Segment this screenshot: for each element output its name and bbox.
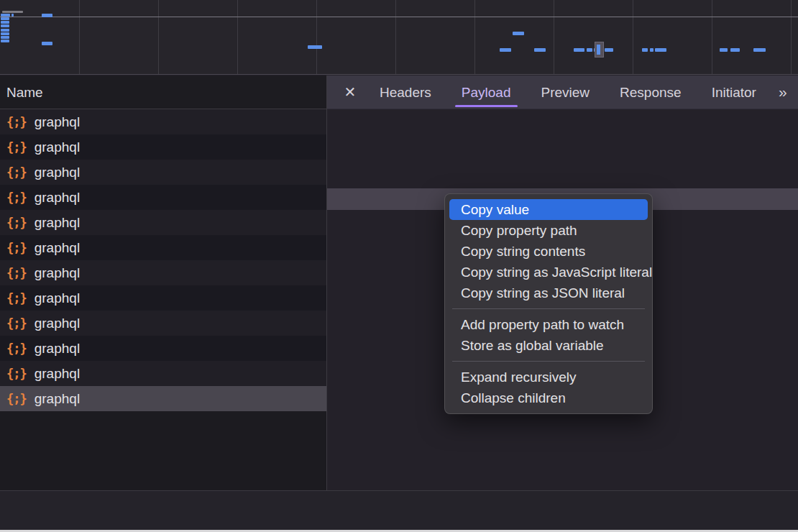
tab-response[interactable]: Response xyxy=(609,75,692,109)
json-request-icon: {;} xyxy=(6,341,27,356)
json-request-icon: {;} xyxy=(6,241,27,255)
timeline-gridline xyxy=(474,0,475,74)
timeline-gridline xyxy=(237,0,238,74)
menu-item-copy-property-path[interactable]: Copy property path xyxy=(449,220,648,241)
detail-tabs: HeadersPayloadPreviewResponseInitiator xyxy=(360,75,767,109)
menu-item-copy-string-contents[interactable]: Copy string contents xyxy=(449,241,648,262)
waterfall-bar xyxy=(720,48,728,52)
waterfall-bar xyxy=(642,48,648,52)
waterfall-bar xyxy=(2,11,23,13)
waterfall-bar xyxy=(1,29,9,32)
request-list: {;}graphql{;}graphql{;}graphql{;}graphql… xyxy=(0,109,326,411)
request-name: graphql xyxy=(35,290,80,306)
waterfall-bar xyxy=(12,14,14,17)
waterfall-bar xyxy=(605,48,613,52)
timeline-gridline xyxy=(633,0,633,74)
waterfall-bar xyxy=(1,14,10,17)
waterfall-bar xyxy=(730,48,740,52)
menu-item-copy-value[interactable]: Copy value xyxy=(449,199,648,220)
timeline-gridline xyxy=(79,0,80,74)
menu-item-add-property-path-to-watch[interactable]: Add property path to watch xyxy=(449,314,648,335)
network-overview-timeline[interactable] xyxy=(0,0,798,75)
timeline-gridline xyxy=(554,0,554,74)
waterfall-bar xyxy=(753,48,766,52)
request-name: graphql xyxy=(35,114,80,130)
json-request-icon: {;} xyxy=(6,291,27,306)
request-row[interactable]: {;}graphql xyxy=(0,160,326,185)
json-request-icon: {;} xyxy=(6,191,27,205)
tab-payload[interactable]: Payload xyxy=(451,75,522,109)
request-row[interactable]: {;}graphql xyxy=(0,336,326,361)
request-row[interactable]: {;}graphql xyxy=(0,285,326,311)
json-request-icon: {;} xyxy=(6,216,27,230)
request-name: graphql xyxy=(35,190,80,206)
json-request-icon: {;} xyxy=(6,165,27,180)
request-list-panel: Name {;}graphql{;}graphql{;}graphql{;}gr… xyxy=(0,75,326,490)
request-payload-section: ▼ Request Payload view source xyxy=(327,117,798,139)
waterfall-bar xyxy=(534,48,546,52)
request-name: graphql xyxy=(35,341,80,357)
operation-name-row[interactable]: operationName: "ipFlowTimeseries" xyxy=(327,167,798,188)
menu-item-store-as-global-variable[interactable]: Store as global variable xyxy=(449,335,648,356)
waterfall-bar xyxy=(1,32,9,35)
waterfall-bar xyxy=(513,32,524,35)
waterfall-bar xyxy=(500,48,511,52)
request-name: graphql xyxy=(35,366,80,382)
request-name: graphql xyxy=(35,240,80,256)
json-request-icon: {;} xyxy=(6,140,27,155)
request-name: graphql xyxy=(35,139,80,155)
waterfall-bar xyxy=(587,48,592,52)
name-column-header[interactable]: Name xyxy=(0,75,326,109)
request-row[interactable]: {;}graphql xyxy=(0,235,326,260)
tab-headers[interactable]: Headers xyxy=(369,75,442,109)
context-menu: Copy valueCopy property pathCopy string … xyxy=(444,193,653,414)
menu-item-collapse-children[interactable]: Collapse children xyxy=(449,387,648,408)
timeline-gridline xyxy=(158,0,159,74)
tab-preview[interactable]: Preview xyxy=(531,75,601,109)
waterfall-bar xyxy=(655,48,666,52)
request-name: graphql xyxy=(35,316,80,331)
devtools-network-panel: Name {;}graphql{;}graphql{;}graphql{;}gr… xyxy=(0,0,798,532)
timeline-row-divider xyxy=(0,17,798,17)
menu-separator xyxy=(452,308,645,309)
request-row[interactable]: {;}graphql xyxy=(0,210,326,235)
more-tabs-icon[interactable]: » xyxy=(771,83,794,101)
waterfall-bar xyxy=(1,21,9,24)
request-row[interactable]: {;}graphql xyxy=(0,260,326,285)
json-request-icon: {;} xyxy=(6,367,27,381)
json-request-icon: {;} xyxy=(6,115,27,129)
waterfall-bar xyxy=(1,36,9,39)
request-row[interactable]: {;}graphql xyxy=(0,311,326,336)
request-row[interactable]: {;}graphql xyxy=(0,185,326,210)
timeline-gridline xyxy=(395,0,396,74)
timeline-gridline xyxy=(712,0,712,74)
menu-separator xyxy=(452,361,645,362)
timeline-gridline xyxy=(791,0,792,74)
summary-footer xyxy=(0,491,798,530)
payload-root-row[interactable]: ▼ {operationName: "ipFlowTimeseries", va… xyxy=(327,145,798,167)
request-name: graphql xyxy=(35,165,80,180)
request-row[interactable]: {;}graphql xyxy=(0,109,326,134)
tab-initiator[interactable]: Initiator xyxy=(701,75,767,109)
json-request-icon: {;} xyxy=(6,266,27,280)
waterfall-bar xyxy=(1,40,9,42)
request-row[interactable]: {;}graphql xyxy=(0,134,326,160)
menu-item-copy-string-as-json-literal[interactable]: Copy string as JSON literal xyxy=(449,283,648,303)
close-icon[interactable]: ✕ xyxy=(340,83,360,101)
request-row[interactable]: {;}graphql xyxy=(0,361,326,386)
waterfall-bar xyxy=(42,14,52,17)
detail-tab-bar: ✕ HeadersPayloadPreviewResponseInitiator… xyxy=(327,75,798,109)
waterfall-bar xyxy=(574,48,584,52)
request-name: graphql xyxy=(35,391,80,407)
menu-item-expand-recursively[interactable]: Expand recursively xyxy=(449,367,648,387)
json-request-icon: {;} xyxy=(6,392,27,406)
waterfall-bar xyxy=(1,17,9,20)
json-request-icon: {;} xyxy=(6,316,27,331)
waterfall-bar xyxy=(1,24,9,27)
menu-item-copy-string-as-javascript-literal[interactable]: Copy string as JavaScript literal xyxy=(449,262,648,283)
selected-request-bar xyxy=(597,45,600,55)
request-row[interactable]: {;}graphql xyxy=(0,386,326,411)
waterfall-bar xyxy=(308,45,322,49)
request-name: graphql xyxy=(35,265,80,281)
waterfall-bar xyxy=(42,42,52,45)
